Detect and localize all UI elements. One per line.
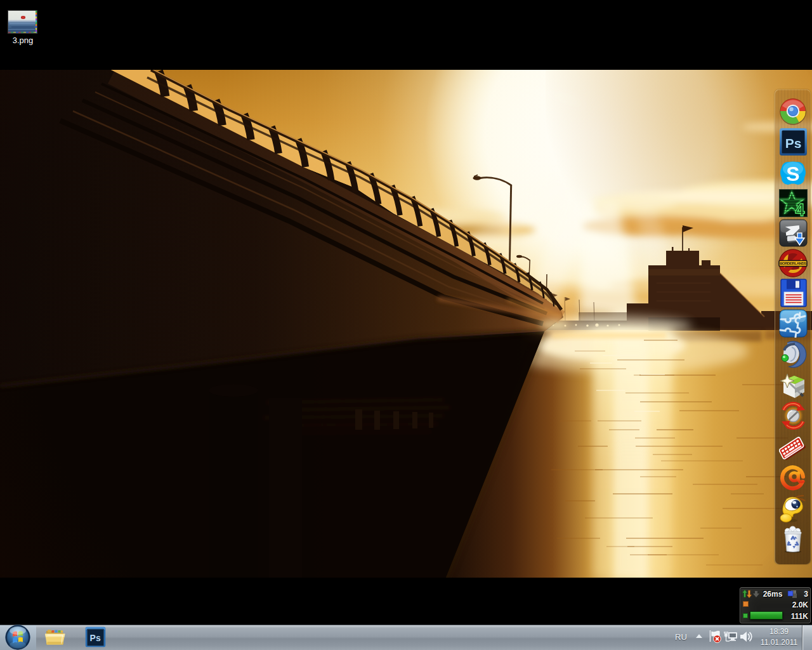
svg-text:Ps: Ps xyxy=(90,633,101,643)
svg-text:Ps: Ps xyxy=(785,136,802,150)
svg-text:4: 4 xyxy=(795,201,804,217)
svg-text:S: S xyxy=(786,162,799,185)
svg-text:BORDERLANDS: BORDERLANDS xyxy=(780,262,806,265)
